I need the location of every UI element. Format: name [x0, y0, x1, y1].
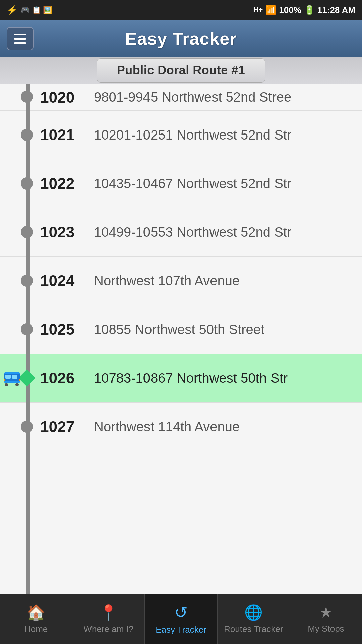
bus-icon-container: [3, 369, 21, 387]
stop-content: 1020 9801-9945 Northwest 52nd Stree: [40, 88, 291, 106]
nav-label-easy-tracker: Easy Tracker: [156, 625, 206, 635]
timeline-dot: [21, 421, 33, 433]
globe-icon: 🌐: [244, 604, 263, 621]
stop-number: 1026: [40, 369, 84, 387]
stop-content: 1021 10201-10251 Northwest 52nd Str: [40, 126, 291, 144]
stop-address: 9801-9945 Northwest 52nd Stree: [94, 90, 291, 105]
stop-content: 1024 Northwest 107th Avenue: [40, 272, 240, 290]
clock: 11:28 AM: [317, 5, 355, 15]
stop-number: 1025: [40, 320, 84, 338]
app-header: Easy Tracker: [0, 20, 362, 57]
stop-address: 10855 Northwest 50th Street: [94, 322, 264, 337]
battery-percent: 100%: [279, 5, 301, 15]
stop-number: 1021: [40, 126, 84, 144]
route-selector[interactable]: Public Doral Route #1: [0, 57, 362, 84]
svg-rect-6: [4, 379, 5, 381]
nav-label-where-am-i: Where am I?: [83, 624, 133, 634]
list-item[interactable]: 1027 Northwest 114th Avenue: [0, 402, 362, 451]
list-item[interactable]: 1025 10855 Northwest 50th Street: [0, 305, 362, 354]
tracker-icon: ↺: [174, 603, 188, 622]
svg-rect-4: [5, 383, 8, 386]
timeline-dot: [21, 177, 33, 190]
list-item[interactable]: 1024 Northwest 107th Avenue: [0, 257, 362, 305]
list-item[interactable]: 1023 10499-10553 Northwest 52nd Str: [0, 208, 362, 257]
stop-content: 1023 10499-10553 Northwest 52nd Str: [40, 223, 291, 241]
bus-icon: [3, 369, 21, 387]
timeline-dot: [21, 91, 33, 103]
nav-item-my-stops[interactable]: ★ My Stops: [290, 594, 362, 644]
app-title: Easy Tracker: [125, 29, 237, 49]
stop-address: 10435-10467 Northwest 52nd Str: [94, 176, 291, 191]
nav-label-home: Home: [24, 624, 48, 634]
home-icon: 🏠: [27, 604, 45, 621]
notification-icons: 🎮 📋 🖼️: [21, 6, 52, 14]
nav-item-routes-tracker[interactable]: 🌐 Routes Tracker: [218, 594, 290, 644]
stop-number: 1022: [40, 174, 84, 193]
timeline-dot: [21, 129, 33, 141]
svg-rect-7: [19, 379, 20, 381]
list-item[interactable]: 1022 10435-10467 Northwest 52nd Str: [0, 159, 362, 208]
svg-rect-2: [5, 375, 11, 379]
nav-label-routes-tracker: Routes Tracker: [224, 624, 283, 634]
route-label[interactable]: Public Doral Route #1: [97, 58, 266, 83]
location-icon: 📍: [99, 604, 118, 621]
usb-icon: ⚡: [7, 5, 17, 15]
stop-content: 1026 10783-10867 Northwest 50th Str: [40, 369, 288, 387]
svg-rect-5: [15, 383, 19, 386]
stop-number: 1024: [40, 272, 84, 290]
nav-label-my-stops: My Stops: [308, 624, 344, 634]
timeline-dot: [21, 323, 33, 335]
battery-icon: 🔋: [304, 5, 315, 15]
status-left: ⚡ 🎮 📋 🖼️: [7, 5, 52, 15]
stop-content: 1022 10435-10467 Northwest 52nd Str: [40, 174, 291, 193]
stop-address: 10783-10867 Northwest 50th Str: [94, 371, 288, 386]
stop-address: Northwest 107th Avenue: [94, 273, 240, 288]
status-bar: ⚡ 🎮 📋 🖼️ H+ 📶 100% 🔋 11:28 AM: [0, 0, 362, 20]
star-icon: ★: [319, 604, 333, 621]
stop-content: 1025 10855 Northwest 50th Street: [40, 320, 264, 338]
stops-list: 1020 9801-9945 Northwest 52nd Stree 1021…: [0, 84, 362, 594]
list-item[interactable]: 1021 10201-10251 Northwest 52nd Str: [0, 111, 362, 159]
bottom-navigation: 🏠 Home 📍 Where am I? ↺ Easy Tracker 🌐 Ro…: [0, 594, 362, 644]
menu-button[interactable]: [7, 27, 34, 50]
stop-number: 1023: [40, 223, 84, 241]
nav-item-where-am-i[interactable]: 📍 Where am I?: [72, 594, 145, 644]
svg-rect-3: [12, 375, 17, 379]
nav-item-easy-tracker[interactable]: ↺ Easy Tracker: [145, 594, 217, 644]
stop-number: 1027: [40, 418, 84, 436]
timeline-line: [26, 84, 30, 594]
timeline-dot: [21, 226, 33, 238]
signal-bars: 📶: [265, 5, 276, 15]
stop-number: 1020: [40, 88, 84, 106]
hamburger-icon: [14, 34, 26, 44]
network-icon: H+: [253, 6, 263, 14]
stop-address: 10499-10553 Northwest 52nd Str: [94, 225, 291, 240]
stop-address: 10201-10251 Northwest 52nd Str: [94, 127, 291, 143]
stop-address: Northwest 114th Avenue: [94, 419, 240, 434]
timeline-dot: [21, 275, 33, 287]
stop-content: 1027 Northwest 114th Avenue: [40, 418, 240, 436]
list-item[interactable]: 1020 9801-9945 Northwest 52nd Stree: [0, 84, 362, 111]
nav-item-home[interactable]: 🏠 Home: [0, 594, 72, 644]
status-right: H+ 📶 100% 🔋 11:28 AM: [253, 5, 355, 15]
list-item[interactable]: 1026 10783-10867 Northwest 50th Str: [0, 354, 362, 402]
